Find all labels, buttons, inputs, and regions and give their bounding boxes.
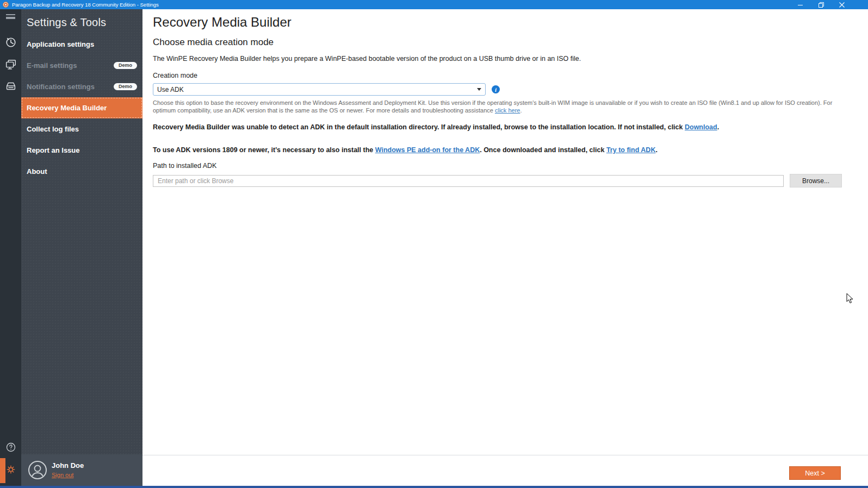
sidebar-item-collect-log-files[interactable]: Collect log files	[21, 118, 142, 140]
sidebar-item-report-an-issue[interactable]: Report an Issue	[21, 140, 142, 161]
try-to-find-adk-link[interactable]: Try to find ADK	[606, 146, 656, 154]
sidebar-item-application-settings[interactable]: Application settings	[21, 34, 142, 55]
creation-mode-value: Use ADK	[157, 86, 184, 93]
displays-icon[interactable]	[0, 58, 21, 71]
sidebar: Settings & Tools Application settings E-…	[21, 9, 142, 486]
addon-note-period: .	[655, 146, 657, 154]
sidebar-item-label: Application settings	[27, 40, 94, 48]
mode-description-period: .	[520, 107, 522, 114]
path-label: Path to installed ADK	[153, 162, 842, 170]
click-here-link[interactable]: click here	[495, 107, 520, 114]
adk-path-input[interactable]	[153, 175, 784, 187]
icon-rail	[0, 9, 21, 486]
sidebar-item-email-settings[interactable]: E-mail settings Demo	[21, 55, 142, 76]
winpe-addon-link[interactable]: Windows PE add-on for the ADK	[375, 146, 480, 154]
section-title: Choose media creation mode	[153, 37, 842, 48]
adk-warning: Recovery Media Builder was unable to det…	[153, 123, 842, 131]
titlebar: Paragon Backup and Recovery 18 Community…	[0, 0, 868, 9]
restore-button[interactable]	[811, 0, 832, 9]
intro-text: The WinPE Recovery Media Builder helps y…	[153, 55, 842, 62]
app-window: Paragon Backup and Recovery 18 Community…	[0, 0, 868, 488]
help-icon[interactable]	[0, 442, 21, 453]
addon-note: To use ADK versions 1809 or newer, it’s …	[153, 146, 842, 154]
sidebar-item-label: About	[27, 167, 47, 176]
browse-button[interactable]: Browse...	[790, 174, 842, 187]
adk-warning-period: .	[717, 123, 719, 131]
sidebar-menu: Application settings E-mail settings Dem…	[21, 34, 142, 182]
app-logo-icon	[3, 2, 9, 8]
window-bottom-border	[0, 486, 868, 488]
next-button[interactable]: Next >	[789, 466, 841, 480]
avatar	[28, 461, 47, 479]
active-settings-marker	[0, 458, 5, 483]
sidebar-item-label: Collect log files	[27, 125, 79, 133]
page-title: Recovery Media Builder	[153, 15, 842, 30]
sidebar-item-label: Recovery Media Builder	[27, 104, 107, 112]
wizard-footer: Next >	[142, 455, 868, 486]
sidebar-item-label: Notification settings	[27, 83, 95, 91]
demo-badge: Demo	[114, 62, 137, 69]
drive-icon[interactable]	[0, 79, 21, 92]
download-link[interactable]: Download	[685, 123, 717, 131]
main-panel: Recovery Media Builder Choose media crea…	[142, 9, 868, 486]
sidebar-item-about[interactable]: About	[21, 161, 142, 182]
sidebar-heading: Settings & Tools	[21, 9, 142, 29]
sign-out-link[interactable]: Sign out	[52, 472, 73, 478]
menu-icon[interactable]	[0, 14, 21, 19]
sidebar-item-notification-settings[interactable]: Notification settings Demo	[21, 76, 142, 97]
sidebar-item-recovery-media-builder[interactable]: Recovery Media Builder	[21, 97, 142, 118]
creation-mode-select[interactable]: Use ADK	[153, 83, 486, 96]
window-title: Paragon Backup and Recovery 18 Community…	[12, 2, 159, 8]
chevron-down-icon	[477, 88, 481, 91]
adk-warning-text: Recovery Media Builder was unable to det…	[153, 123, 685, 131]
close-button[interactable]	[832, 0, 852, 9]
user-name: John Doe	[52, 461, 84, 470]
info-icon[interactable]: i	[492, 85, 500, 93]
window-controls	[790, 0, 852, 9]
addon-note-text-2: . Once downloaded and installed, click	[480, 146, 606, 154]
mode-description-text: Choose this option to base the recovery …	[153, 99, 832, 114]
demo-badge: Demo	[114, 83, 137, 90]
history-icon[interactable]	[0, 36, 21, 48]
addon-note-text-1: To use ADK versions 1809 or newer, it’s …	[153, 146, 375, 154]
creation-mode-label: Creation mode	[153, 72, 842, 79]
sidebar-item-label: E-mail settings	[27, 61, 77, 70]
mode-description: Choose this option to base the recovery …	[153, 99, 842, 114]
minimize-button[interactable]	[790, 0, 811, 9]
sidebar-item-label: Report an Issue	[27, 146, 80, 154]
user-panel: John Doe Sign out	[21, 454, 142, 486]
